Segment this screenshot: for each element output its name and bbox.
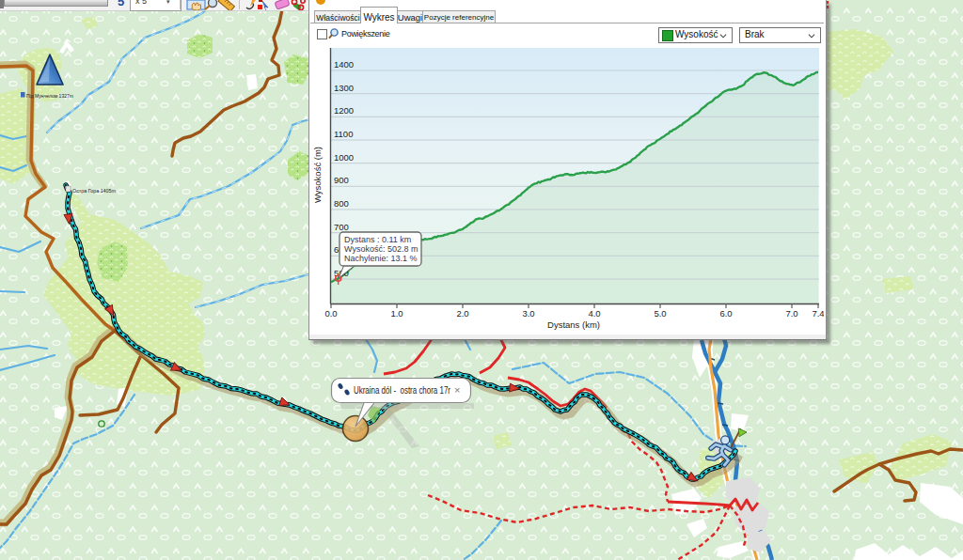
svg-text:1400: 1400 — [334, 59, 354, 70]
svg-text:Dystans : 0.11 km: Dystans : 0.11 km — [344, 235, 411, 244]
svg-text:Ukraina dól - ostra chora 1: Ukraina dól - ostra chora 17r — [354, 384, 450, 396]
svg-text:900: 900 — [334, 175, 349, 185]
svg-text:Остра Гора 1405m: Остра Гора 1405m — [72, 188, 116, 194]
svg-text:Nachylenie: 13.1 %: Nachylenie: 13.1 % — [344, 254, 418, 263]
svg-text:7.0: 7.0 — [785, 308, 797, 319]
svg-text:Wysokość (m): Wysokość (m) — [312, 147, 323, 203]
svg-text:0.0: 0.0 — [324, 308, 337, 319]
svg-text:1000: 1000 — [334, 152, 354, 163]
svg-text:4.0: 4.0 — [588, 308, 600, 319]
svg-text:Dystans (km): Dystans (km) — [547, 319, 600, 330]
svg-text:700: 700 — [334, 222, 349, 232]
svg-text:3.0: 3.0 — [522, 308, 534, 319]
svg-text:1.0: 1.0 — [390, 308, 403, 319]
svg-text:2.0: 2.0 — [456, 308, 468, 319]
svg-text:800: 800 — [334, 198, 349, 209]
svg-text:1300: 1300 — [334, 83, 354, 93]
svg-text:×: × — [454, 384, 460, 396]
svg-text:6.0: 6.0 — [719, 308, 732, 319]
svg-text:Під Мунчелом 1327m: Під Мунчелом 1327m — [26, 93, 73, 99]
svg-text:Wysokość: 502.8 m: Wysokość: 502.8 m — [344, 244, 418, 254]
svg-text:5.0: 5.0 — [654, 308, 666, 319]
svg-text:1200: 1200 — [334, 105, 354, 116]
svg-text:7.4: 7.4 — [812, 308, 824, 319]
svg-text:1100: 1100 — [334, 129, 353, 139]
